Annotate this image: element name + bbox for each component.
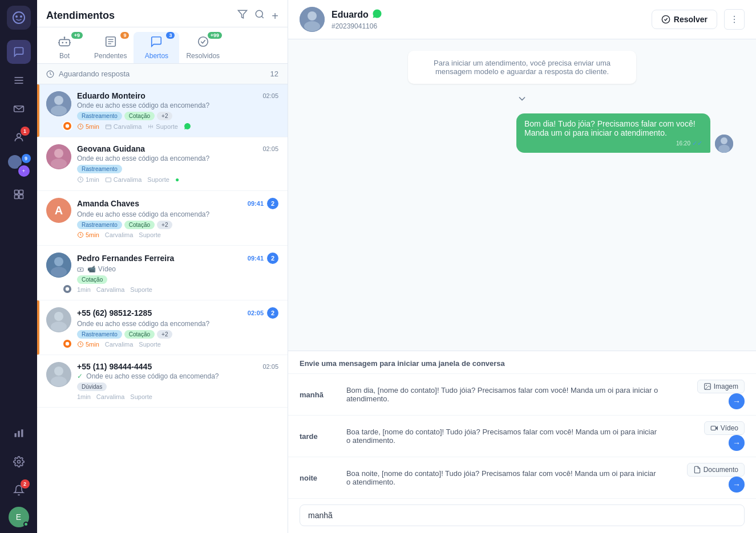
- avatar-badge3: [62, 339, 72, 349]
- notifications-badge: 2: [21, 479, 30, 489]
- conv-tags: Rastreamento Cotação +2: [77, 221, 278, 229]
- conv-row1: +55 (62) 98512-1285 02:05 2: [77, 307, 278, 319]
- conv-team-meta: Suporte: [147, 123, 178, 130]
- collapse-button[interactable]: [516, 93, 528, 104]
- svg-point-21: [66, 42, 67, 43]
- svg-line-18: [262, 16, 264, 18]
- chat-contact-avatar: [300, 7, 325, 32]
- conversation-tabs: +9 Bot 9: [37, 27, 288, 64]
- template-action-video[interactable]: Vídeo: [704, 421, 745, 435]
- conv-team-meta: Suporte: [147, 176, 169, 183]
- nav-item-campaigns[interactable]: [7, 97, 31, 121]
- svg-point-67: [734, 19, 735, 20]
- list-item[interactable]: A Amanda Chaves 09:41 2 Onde eu acho ess…: [37, 191, 288, 246]
- list-item[interactable]: +55 (62) 98512-1285 02:05 2 Onde eu acho…: [37, 300, 288, 355]
- avatar-wrap: A: [46, 198, 71, 238]
- avatar: [46, 362, 71, 387]
- tag: Cotação: [124, 112, 155, 120]
- whatsapp-icon: [184, 123, 191, 130]
- nav-item-teams[interactable]: + 9: [7, 154, 31, 178]
- conv-meta: 1min Carvalima Suporte: [77, 393, 278, 400]
- tab-resolvidos[interactable]: +99 Resolvidos: [179, 32, 227, 63]
- tab-abertos[interactable]: 3 Abertos: [134, 32, 179, 63]
- chat-contact-id: #20239041106: [331, 22, 382, 30]
- tag: Cotação: [77, 275, 107, 284]
- conv-row1-right: 02:05 2: [248, 307, 278, 319]
- list-item[interactable]: Eduardo Monteiro 02:05 Onde eu acho esse…: [37, 84, 288, 137]
- more-options-button[interactable]: [724, 9, 745, 30]
- conv-row1: Amanda Chaves 09:41 2: [77, 198, 278, 209]
- send-template-0-btn[interactable]: →: [729, 393, 745, 409]
- conv-row1: Eduardo Monteiro 02:05: [77, 91, 278, 100]
- nav-item-contacts[interactable]: 1: [7, 125, 31, 149]
- resolve-button[interactable]: Resolver: [652, 10, 717, 29]
- tab-pendentes[interactable]: 9 Pendentes: [87, 32, 134, 63]
- template-action-image[interactable]: Imagem: [697, 380, 745, 393]
- conversation-body: Geovana Guidana 02:05 Onde eu acho esse …: [77, 144, 278, 184]
- status-bar: [37, 300, 39, 355]
- abertos-icon: [150, 35, 163, 51]
- contact-name: Geovana Guidana: [77, 144, 145, 153]
- list-section-count: 12: [270, 70, 278, 78]
- avatar: [46, 91, 71, 116]
- svg-rect-14: [21, 429, 23, 437]
- bot-tab-label: Bot: [59, 52, 70, 60]
- template-action-doc[interactable]: Documento: [687, 463, 745, 477]
- conversation-list: Eduardo Monteiro 02:05 Onde eu acho esse…: [37, 84, 288, 533]
- avatar-wrap: [46, 253, 71, 293]
- avatar-wrap: [46, 91, 71, 130]
- nav-item-conversations[interactable]: [7, 40, 31, 64]
- avatar-badge: [62, 121, 72, 131]
- tag: Rastreamento: [77, 112, 122, 120]
- nav-item-settings[interactable]: [7, 450, 31, 474]
- conv-time-meta: 5min: [77, 123, 99, 130]
- chat-bubble-wrap: Bom dia! Tudo jóia? Precisamos falar com…: [311, 113, 733, 153]
- user-avatar[interactable]: E: [9, 507, 29, 527]
- tab-bot[interactable]: +9 Bot: [42, 32, 87, 63]
- list-item[interactable]: Pedro Fernandes Ferreira 09:41 2 📹 Vídeo…: [37, 246, 288, 300]
- left-navigation: 1 + 9 2: [0, 0, 37, 533]
- svg-point-15: [17, 461, 20, 463]
- svg-rect-9: [19, 190, 23, 194]
- send-template-1-btn[interactable]: →: [729, 435, 745, 451]
- list-section-header: Aguardando resposta 12: [37, 64, 288, 84]
- nav-item-menu[interactable]: [7, 68, 31, 92]
- conv-org-meta: Carvalima: [105, 231, 134, 238]
- template-row: manhã Bom dia, [nome do contato]! Tudo j…: [288, 374, 756, 416]
- svg-rect-11: [19, 195, 23, 199]
- svg-point-70: [721, 137, 727, 144]
- list-item[interactable]: Geovana Guidana 02:05 Onde eu acho esse …: [37, 137, 288, 191]
- avatar-wrap: [46, 362, 71, 400]
- search-icon[interactable]: [254, 9, 265, 22]
- nav-item-unknown[interactable]: [7, 182, 31, 206]
- avatar: A: [46, 198, 71, 223]
- chat-bottom-panel: Envie uma mensagem para iniciar uma jane…: [288, 351, 756, 533]
- tag: +2: [157, 221, 172, 229]
- filter-icon[interactable]: [237, 9, 248, 22]
- list-item[interactable]: +55 (11) 98444-4445 02:05 ✓ Onde eu acho…: [37, 355, 288, 408]
- nav-item-notifications[interactable]: 2: [7, 478, 31, 502]
- bot-icon: [58, 35, 71, 51]
- svg-point-65: [662, 15, 669, 23]
- svg-point-34: [51, 105, 67, 116]
- tag: Rastreamento: [77, 165, 122, 173]
- chat-input[interactable]: [300, 504, 745, 526]
- online-indicator: [23, 522, 29, 527]
- send-template-2-btn[interactable]: →: [729, 477, 745, 493]
- sender-avatar: [715, 135, 733, 153]
- video-btn-label: Vídeo: [721, 424, 738, 432]
- svg-rect-8: [14, 190, 18, 194]
- system-message: Para iniciar um atendimento, você precis…: [408, 51, 636, 84]
- nav-item-reports[interactable]: [7, 421, 31, 445]
- resolvidos-tab-badge: +99: [208, 32, 222, 39]
- add-icon[interactable]: +: [272, 10, 278, 22]
- svg-point-51: [66, 287, 69, 291]
- pendentes-icon: [104, 35, 117, 51]
- conv-meta: 5min Carvalima Suporte: [77, 123, 278, 130]
- svg-marker-53: [80, 268, 82, 270]
- template-header: Envie uma mensagem para iniciar uma jane…: [288, 351, 756, 374]
- conv-row1: Geovana Guidana 02:05: [77, 144, 278, 153]
- svg-marker-75: [715, 426, 718, 430]
- tag: Dúvidas: [77, 383, 107, 391]
- svg-rect-74: [711, 426, 715, 430]
